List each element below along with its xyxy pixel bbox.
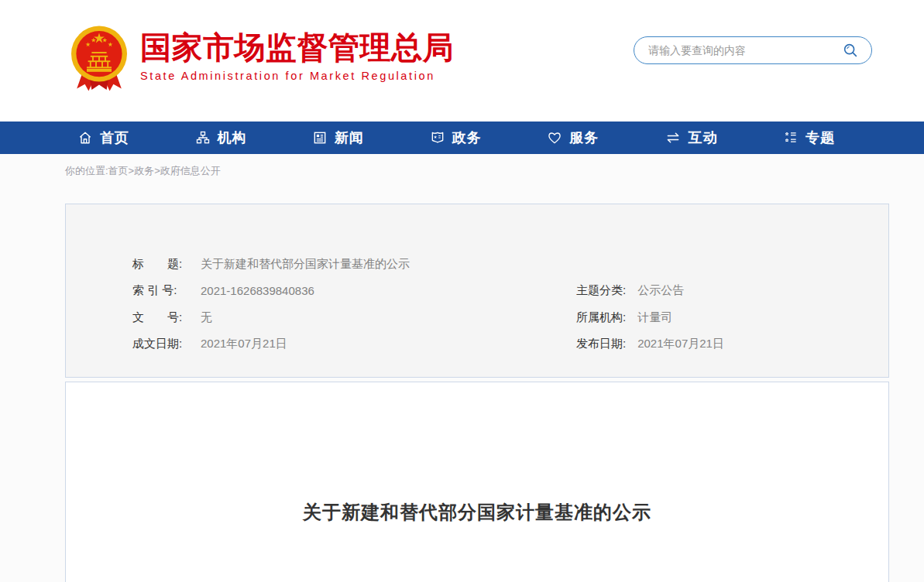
- search-box[interactable]: [634, 36, 872, 64]
- doc-publish-date-label: 发布日期:: [576, 337, 626, 351]
- site-title-block: 国家市场监督管理总局 State Administration for Mark…: [140, 29, 465, 82]
- news-icon: [312, 130, 328, 146]
- nav-label: 新闻: [335, 128, 364, 147]
- nav-label: 互动: [689, 128, 718, 147]
- nav-item-news[interactable]: 新闻: [312, 122, 364, 154]
- doc-title-value: 关于新建和替代部分国家计量基准的公示: [201, 257, 410, 272]
- doc-title-label: 标 题:: [132, 257, 194, 272]
- national-emblem-icon: [68, 24, 130, 94]
- doc-category-value: 公示公告: [637, 283, 684, 298]
- site-title-en: State Administration for Market Regulati…: [140, 70, 465, 82]
- doc-index-value: 2021-1626839840836: [201, 284, 314, 297]
- heart-icon: [547, 130, 562, 146]
- interact-arrows-icon: [665, 130, 682, 146]
- document-info-panel: 标 题: 关于新建和替代部分国家计量基准的公示 索 引 号: 2021-1626…: [65, 204, 889, 378]
- doc-publish-date-value: 2021年07月21日: [637, 337, 724, 351]
- nav-label: 首页: [100, 128, 129, 147]
- nav-label: 政务: [452, 128, 482, 147]
- doc-index-label: 索 引 号:: [132, 283, 194, 298]
- nav-label: 机构: [218, 128, 247, 147]
- info-row-dates: 成文日期: 2021年07月21日 发布日期: 2021年07月21日: [66, 331, 888, 358]
- search-button[interactable]: [840, 40, 860, 60]
- doc-number-value: 无: [201, 310, 212, 325]
- org-icon: [195, 130, 211, 146]
- gov-icon: [430, 130, 445, 146]
- national-emblem-logo[interactable]: [68, 24, 130, 94]
- site-header: 国家市场监督管理总局 State Administration for Mark…: [0, 0, 924, 122]
- nav-item-service[interactable]: 服务: [547, 122, 599, 154]
- doc-written-date-value: 2021年07月21日: [201, 337, 287, 351]
- doc-org-value: 计量司: [637, 310, 672, 325]
- nav-label: 专题: [805, 128, 835, 147]
- article-title: 关于新建和替代部分国家计量基准的公示: [66, 500, 888, 525]
- main-content: 你的位置:首页>政务>政府信息公开 标 题: 关于新建和替代部分国家计量基准的公…: [0, 154, 924, 582]
- info-row-title: 标 题: 关于新建和替代部分国家计量基准的公示: [66, 251, 888, 278]
- doc-category-label: 主题分类:: [576, 283, 626, 298]
- breadcrumb[interactable]: 你的位置:首页>政务>政府信息公开: [65, 165, 889, 176]
- info-row-number: 文 号: 无 所属机构: 计量司: [66, 304, 888, 331]
- doc-org-label: 所属机构:: [576, 310, 626, 325]
- search-icon: [842, 42, 859, 59]
- doc-written-date-label: 成文日期:: [132, 337, 194, 351]
- topics-list-icon: [783, 130, 799, 146]
- article-panel: 关于新建和替代部分国家计量基准的公示: [65, 382, 889, 582]
- site-title-cn: 国家市场监督管理总局: [140, 29, 465, 65]
- doc-number-label: 文 号:: [132, 310, 194, 325]
- nav-item-org[interactable]: 机构: [195, 122, 247, 154]
- search-input[interactable]: [648, 44, 840, 56]
- nav-item-interact[interactable]: 互动: [665, 122, 718, 154]
- nav-item-gov[interactable]: 政务: [430, 122, 482, 154]
- info-row-index: 索 引 号: 2021-1626839840836 主题分类: 公示公告: [66, 278, 888, 305]
- main-nav: 首页 机构 新闻 政务 服务: [0, 122, 924, 154]
- nav-item-topics[interactable]: 专题: [783, 122, 835, 154]
- nav-label: 服务: [569, 128, 599, 147]
- nav-item-home[interactable]: 首页: [77, 122, 129, 154]
- home-icon: [77, 130, 93, 146]
